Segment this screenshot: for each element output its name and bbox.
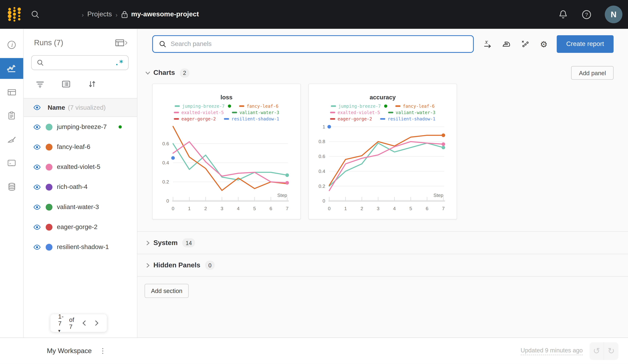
runs-name-header[interactable]: Name (7 visualized) <box>24 98 137 117</box>
legend-item: fancy-leaf-6 <box>239 104 278 109</box>
rail-item-artifacts[interactable] <box>0 176 23 197</box>
avatar[interactable]: N <box>605 6 622 23</box>
lock-icon <box>121 10 129 18</box>
legend-color-dash <box>174 118 179 120</box>
charts-panel-grid: loss jumping-breeze-7fancy-leaf-6exalted… <box>137 80 628 219</box>
smoothing-button[interactable] <box>501 39 511 49</box>
add-section-button[interactable]: Add section <box>145 284 189 298</box>
accuracy-chart-panel[interactable]: accuracy jumping-breeze-7fancy-leaf-6exa… <box>308 84 457 219</box>
create-report-button[interactable]: Create report <box>556 35 614 53</box>
run-name[interactable]: valiant-water-3 <box>57 204 99 211</box>
legend-item: resilient-shadow-1 <box>380 116 436 122</box>
run-name[interactable]: fancy-leaf-6 <box>57 143 90 150</box>
help-icon[interactable]: ? <box>581 9 592 20</box>
svg-text:0: 0 <box>166 198 169 204</box>
chevron-down-icon <box>145 70 151 76</box>
run-name[interactable]: resilient-shadow-1 <box>57 243 109 251</box>
legend-item: resilient-shadow-1 <box>224 116 279 122</box>
brush-icon <box>6 134 16 144</box>
visibility-eye-icon[interactable] <box>33 204 41 210</box>
hidden-panels-section-header[interactable]: Hidden Panels 0 <box>137 254 628 277</box>
expand-hidden-panels-button[interactable] <box>145 262 151 268</box>
run-name[interactable]: exalted-violet-5 <box>57 163 100 171</box>
run-row[interactable]: eager-gorge-2 <box>24 217 137 237</box>
global-search-icon[interactable] <box>30 10 40 19</box>
regex-toggle[interactable]: .* <box>115 61 123 65</box>
wandb-logo-icon[interactable] <box>6 5 22 24</box>
filter-icon <box>36 80 44 88</box>
run-color-dot <box>46 124 52 130</box>
legend-item: exalted-violet-5 <box>174 110 224 115</box>
run-row[interactable]: exalted-violet-5 <box>24 157 137 177</box>
breadcrumb: › Projects › my-awesome-project <box>82 10 199 18</box>
sort-runs-button[interactable] <box>88 80 96 88</box>
legend-item: fancy-leaf-6 <box>395 104 435 109</box>
search-icon <box>37 59 44 67</box>
legend-color-dash <box>239 105 244 107</box>
runs-visualized-count: (7 visualized) <box>68 104 106 111</box>
rail-item-sweeps[interactable] <box>0 129 23 150</box>
rail-item-terminal[interactable]: >_ <box>0 152 23 173</box>
system-count-badge: 14 <box>182 238 195 247</box>
table-icon <box>6 87 16 97</box>
svg-text:0: 0 <box>322 198 325 204</box>
svg-text:7: 7 <box>286 206 289 211</box>
breadcrumb-project[interactable]: my-awesome-project <box>121 10 199 18</box>
run-name[interactable]: rich-oath-4 <box>57 183 87 191</box>
legend-row: exalted-violet-5valiant-water-3 <box>153 109 300 116</box>
outliers-button[interactable] <box>520 39 530 49</box>
visibility-eye-icon[interactable] <box>33 184 41 190</box>
run-row[interactable]: jumping-breeze-7 <box>24 117 137 137</box>
visibility-eye-icon[interactable] <box>33 104 41 110</box>
rail-item-info[interactable]: i <box>0 35 23 55</box>
charts-section-label: Charts <box>153 69 175 77</box>
run-name[interactable]: jumping-breeze-7 <box>57 123 107 131</box>
loss-chart-panel[interactable]: loss jumping-breeze-7fancy-leaf-6exalted… <box>152 84 301 219</box>
run-row[interactable]: rich-oath-4 <box>24 177 137 197</box>
hidden-panels-count-badge: 0 <box>205 261 215 270</box>
svg-text:i: i <box>11 42 13 48</box>
run-row[interactable]: fancy-leaf-6 <box>24 137 137 157</box>
rail-item-workspace[interactable] <box>0 58 23 79</box>
collapse-charts-button[interactable] <box>145 70 151 76</box>
workspace-settings-button[interactable]: ⚙ <box>539 39 549 49</box>
svg-text:Step: Step <box>434 193 443 198</box>
rail-item-runs-table[interactable] <box>0 82 23 103</box>
panel-search-box[interactable] <box>152 35 474 53</box>
breadcrumb-separator: › <box>116 11 118 18</box>
visibility-eye-icon[interactable] <box>33 124 41 130</box>
open-runs-table-button[interactable] <box>115 39 128 47</box>
rail-item-jobs[interactable] <box>0 105 23 126</box>
visibility-eye-icon[interactable] <box>33 164 41 170</box>
redo-button[interactable]: ↻ <box>604 342 618 360</box>
group-runs-button[interactable] <box>62 80 70 88</box>
x-axis-icon: x <box>482 39 492 49</box>
panel-search-input[interactable] <box>171 41 467 48</box>
run-row[interactable]: valiant-water-3 <box>24 197 137 217</box>
runs-search-box[interactable]: .* <box>31 55 129 70</box>
notifications-bell-icon[interactable] <box>558 9 568 20</box>
page-size-dropdown[interactable]: 1-7 ▾ <box>58 313 63 333</box>
filter-runs-button[interactable] <box>36 80 44 88</box>
prev-page-button[interactable] <box>82 320 86 326</box>
next-page-button[interactable] <box>95 320 99 326</box>
visibility-eye-icon[interactable] <box>33 244 41 250</box>
legend-item: eager-gorge-2 <box>330 116 372 122</box>
visibility-eye-icon[interactable] <box>33 144 41 150</box>
runs-search-input[interactable] <box>47 59 115 66</box>
x-axis-settings-button[interactable]: x <box>482 39 492 49</box>
legend-color-dash <box>380 118 386 120</box>
workspace-menu-button[interactable]: ⋮ <box>99 347 106 355</box>
visibility-eye-icon[interactable] <box>33 224 41 230</box>
run-name[interactable]: eager-gorge-2 <box>57 223 98 231</box>
svg-text:0.4: 0.4 <box>318 169 325 174</box>
undo-button[interactable]: ↺ <box>589 342 604 360</box>
system-section-label: System <box>153 239 177 247</box>
breadcrumb-projects-link[interactable]: Projects <box>87 10 112 18</box>
svg-text:0.8: 0.8 <box>318 139 325 144</box>
run-row[interactable]: resilient-shadow-1 <box>24 237 137 257</box>
system-section-header[interactable]: System 14 <box>137 232 628 254</box>
expand-system-button[interactable] <box>145 240 151 246</box>
add-panel-button[interactable]: Add panel <box>571 66 614 80</box>
svg-text:6: 6 <box>269 206 272 211</box>
